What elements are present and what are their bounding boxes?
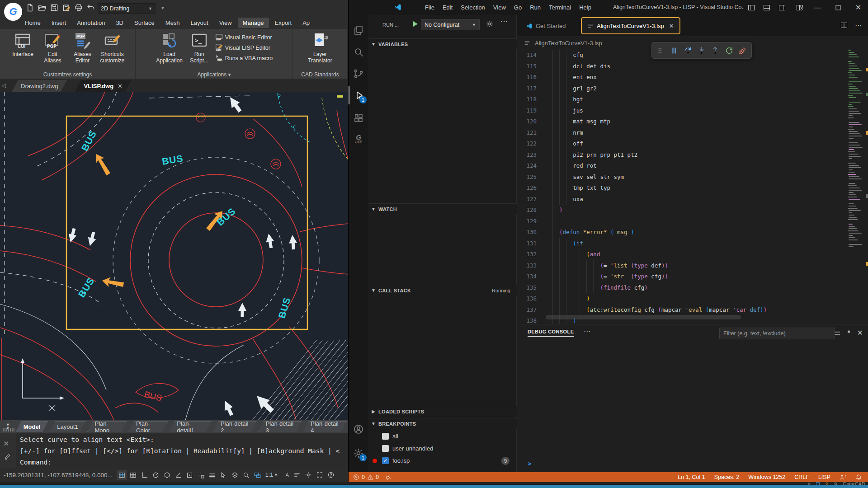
extensions-icon[interactable]: [353, 113, 364, 123]
workspace-dropdown[interactable]: 2D Drafting ▼: [98, 3, 156, 14]
layout-tab-layout1[interactable]: Layout1: [49, 421, 85, 432]
pause-icon[interactable]: [670, 46, 679, 55]
cursor-icon[interactable]: [220, 471, 227, 479]
button-layer-translator[interactable]: LayerTranslator: [306, 31, 334, 64]
code-line-132[interactable]: 132(and: [517, 249, 868, 260]
tab-aligntexttocurve[interactable]: AlignTextToCurveV1-3.lsp ✕: [581, 17, 680, 34]
minimize-icon[interactable]: —: [807, 0, 828, 15]
debug-settings-gear-icon[interactable]: [486, 20, 493, 28]
code-line-120[interactable]: 120mat msg mtp: [517, 116, 868, 127]
layout-tab-plan-mono[interactable]: Plan-Mono: [87, 421, 127, 432]
document-tab-vlisp-dwg[interactable]: VLISP.dwg✕: [75, 80, 132, 92]
menu-file[interactable]: File: [421, 4, 439, 11]
button-runs-a-vba-macro[interactable]: VBARuns a VBA macro: [215, 54, 273, 62]
feedback-icon[interactable]: [840, 474, 846, 481]
more-actions-icon[interactable]: ⋯: [500, 17, 508, 26]
ribbon-tab-home[interactable]: Home: [20, 18, 46, 28]
restart-icon[interactable]: [725, 46, 734, 55]
osnap-icon[interactable]: [186, 471, 193, 479]
annotation-icon[interactable]: [281, 470, 291, 480]
ribbon-group-label[interactable]: Applications ▾: [136, 71, 292, 78]
grid-blue-icon[interactable]: [118, 471, 126, 479]
section-call-stack[interactable]: ▼ CALL STACK Running: [368, 285, 517, 296]
code-editor[interactable]: 114cfg115dcl def dis116ent enx117gr1 gr2…: [517, 50, 868, 324]
lineweight-icon[interactable]: [208, 470, 217, 480]
breakpoint-checkbox[interactable]: [382, 445, 389, 452]
ribbon-tab-manage[interactable]: Manage: [238, 18, 269, 28]
breakpoint-row-all[interactable]: all: [368, 431, 517, 442]
ribbon-tab-mesh[interactable]: Mesh: [160, 18, 185, 28]
code-line-137[interactable]: 137(atc:writeconfig cfg (mapcar 'eval (m…: [517, 305, 868, 316]
monitor-icon[interactable]: [254, 471, 261, 479]
new-file-icon[interactable]: [25, 3, 34, 12]
layers-icon[interactable]: [231, 471, 239, 479]
source-control-icon[interactable]: [353, 68, 364, 79]
breakpoint-row-user-unhandled[interactable]: user-unhandled: [368, 443, 517, 454]
command-line-grip[interactable]: [3, 428, 14, 432]
code-line-118[interactable]: 118hgt: [517, 94, 868, 105]
undo-icon[interactable]: [86, 3, 95, 12]
polar-icon[interactable]: [151, 470, 161, 480]
breakpoint-checkbox[interactable]: ✓: [382, 457, 389, 464]
panel-tab-debug-console[interactable]: DEBUG CONSOLE: [528, 329, 574, 337]
drag-handle-icon[interactable]: [656, 46, 665, 55]
debug-session-icon[interactable]: [385, 474, 392, 481]
layout-tab-plan-detail-4[interactable]: Plan-detail 4: [303, 421, 347, 432]
toggle-panel-icon[interactable]: [759, 0, 774, 15]
document-tab-drawing2-dwg[interactable]: Drawing2.dwg: [12, 80, 67, 92]
encoding[interactable]: Windows 1252: [748, 474, 785, 480]
ribbon-tab-layout[interactable]: Layout: [186, 18, 213, 28]
menu-terminal[interactable]: Terminal: [545, 4, 575, 11]
ribbon-group-label[interactable]: CAD Standards: [293, 71, 347, 78]
horizontal-scrollbar[interactable]: [546, 315, 741, 319]
button-edit-aliases[interactable]: PGPEditAliases: [39, 31, 67, 64]
maximize-icon[interactable]: [828, 0, 848, 15]
activity-gstarlisp-icon[interactable]: GLISP: [349, 131, 368, 149]
scale-list-icon[interactable]: [293, 471, 301, 479]
grid-icon[interactable]: [129, 471, 137, 479]
settings-gear-icon[interactable]: [486, 20, 493, 28]
drawing-canvas[interactable]: BUS BUS BUS BUS BUS BUS: [0, 92, 348, 420]
section-loaded-scripts[interactable]: ▶ LOADED SCRIPTS: [368, 406, 517, 417]
layers-icon[interactable]: [230, 470, 240, 480]
layout-tab-plan-detail-2[interactable]: Plan-detail 2: [213, 421, 257, 432]
account-icon[interactable]: [353, 424, 364, 435]
customize-layout-icon[interactable]: [792, 0, 807, 15]
code-line-121[interactable]: 121nrm: [517, 127, 868, 139]
activity-search-icon[interactable]: [349, 43, 368, 61]
edit-pencil-icon[interactable]: [4, 452, 12, 460]
button-load-application[interactable]: LoadApplication: [156, 31, 184, 64]
close-icon[interactable]: ✕: [4, 438, 9, 448]
ortho-icon[interactable]: [141, 471, 148, 479]
ribbon-tab-surface[interactable]: Surface: [129, 18, 160, 28]
explorer-icon[interactable]: [353, 25, 364, 36]
layout-tab-plan-detail1[interactable]: Plan-detail1: [169, 421, 212, 432]
search-icon[interactable]: [353, 47, 364, 57]
code-line-117[interactable]: 117gr1 gr2: [517, 83, 868, 94]
output-view-icon[interactable]: [834, 328, 841, 337]
otrack-icon[interactable]: [197, 471, 205, 479]
code-line-125[interactable]: 125sav sel str sym: [517, 172, 868, 183]
close-tab-icon[interactable]: ✕: [669, 23, 674, 29]
ribbon-tab-export[interactable]: Export: [270, 18, 297, 28]
debug-config-dropdown[interactable]: No Configurat ▼: [421, 19, 480, 30]
layout-tab-plan-detail-3[interactable]: Plan-detail 3: [258, 421, 302, 432]
tab-get-started[interactable]: Get Started: [520, 17, 571, 34]
close-tab-icon[interactable]: ✕: [118, 83, 123, 89]
code-line-124[interactable]: 124red rot: [517, 160, 868, 172]
monitor-icon[interactable]: [253, 470, 263, 480]
button-shortcuts-customize[interactable]: Shortcutscustomize: [99, 31, 127, 64]
lineweight-icon[interactable]: [208, 471, 216, 479]
close-window-icon[interactable]: ✕: [848, 0, 868, 15]
split-editor-icon[interactable]: [840, 21, 848, 29]
code-line-115[interactable]: 115dcl def dis: [517, 61, 868, 72]
code-line-129[interactable]: 129: [517, 216, 868, 227]
code-line-131[interactable]: 131(if: [517, 238, 868, 249]
code-line-126[interactable]: 126tmp txt typ: [517, 183, 868, 194]
activity-run-debug-icon[interactable]: 1: [349, 86, 368, 104]
indentation[interactable]: Spaces: 2: [714, 474, 740, 480]
ribbon-tab-ap[interactable]: Ap: [297, 18, 315, 28]
ribbon-tab-view[interactable]: View: [214, 18, 237, 28]
ribbon-group-label[interactable]: Customizes settings: [0, 71, 135, 78]
help-icon[interactable]: [327, 471, 335, 479]
